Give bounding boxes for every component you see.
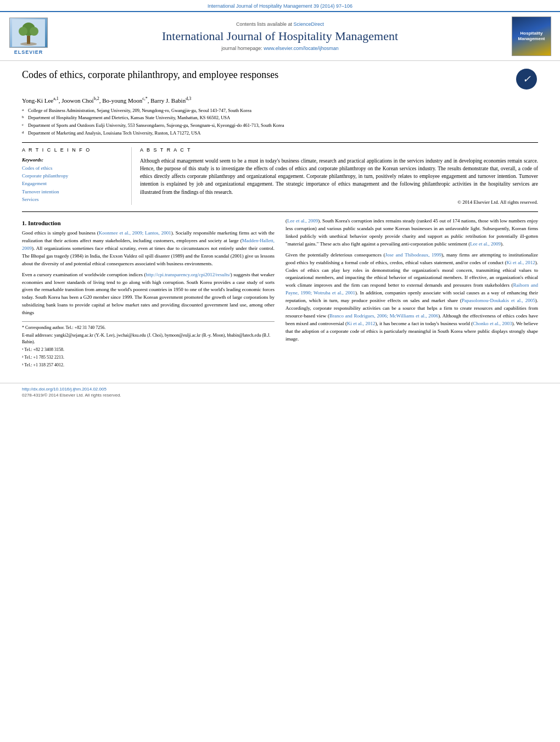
doi-link[interactable]: http://dx.doi.org/10.1016/j.ijhm.2014.02…	[22, 387, 538, 392]
svg-point-5	[20, 42, 37, 46]
keyword-4: Turnover intention	[22, 188, 123, 196]
body-two-col: 1. Introduction Good ethics is simply go…	[22, 212, 538, 370]
ref-lee2009b: Lee et al., 2009	[470, 241, 501, 247]
keyword-1: Codes of ethics	[22, 164, 123, 172]
crossmark-logo[interactable]: ✓	[516, 69, 538, 91]
footnote-emails: E-mail addresses: yangki2@sejang.ac.kr (…	[22, 332, 275, 345]
abstract-heading: A B S T R A C T	[140, 147, 538, 153]
journal-homepage-link[interactable]: www.elsevier.com/locate/ijhosman	[264, 46, 339, 51]
issn-text: 0278-4319/© 2014 Elsevier Ltd. All right…	[22, 393, 538, 398]
journal-homepage-text: journal homepage: www.elsevier.com/locat…	[56, 46, 504, 51]
ref-koonmee: Koonmee et al., 2009; Lantos, 2001	[99, 230, 171, 236]
ref-ki2012: Ki et al., 2012	[507, 260, 535, 265]
abstract-text: Although ethical management would seem t…	[140, 157, 538, 196]
body-right-para-2: Given the potentially deleterious conseq…	[285, 252, 538, 343]
elsevier-logo-image	[9, 18, 48, 48]
contents-available-text: Contents lists available at ScienceDirec…	[56, 21, 504, 27]
crossmark-icon: ✓	[516, 69, 537, 90]
ref-chonko: Chonko et al., 2003	[473, 321, 512, 326]
ref-lee2009: Lee et al., 2009	[287, 218, 318, 224]
footnotes-area: * Corresponding author. Tel.: +82 31 740…	[22, 321, 275, 369]
body-para-1: Good ethics is simply good business (Koo…	[22, 230, 275, 268]
page-footer: http://dx.doi.org/10.1016/j.ijhm.2014.02…	[0, 383, 560, 401]
email-lee[interactable]: yangki2@sejang.ac.kr	[54, 333, 93, 338]
body-right-para-1: (Lee et al., 2009). South Korea's corrup…	[285, 217, 538, 248]
hosp-logo-text: HospitalityManagement	[518, 31, 545, 42]
abstract-col: A B S T R A C T Although ethical managem…	[132, 147, 538, 205]
keyword-3: Engagement	[22, 180, 123, 187]
journal-ref: International Journal of Hospitality Man…	[0, 3, 560, 9]
ref-branco: Branco and Rodrigues, 2006; McWilliams e…	[329, 313, 438, 319]
footnote-corresponding: * Corresponding author. Tel.: +82 31 740…	[22, 325, 275, 331]
email-babin[interactable]: bbabin@latech.edu	[227, 333, 261, 338]
footnote-2: ² Tel.: +1 785 532 2213.	[22, 354, 275, 361]
ref-madden: Madden-Hallett, 2009	[22, 238, 275, 251]
copyright-line: © 2014 Elsevier Ltd. All rights reserved…	[140, 199, 538, 205]
elsevier-wordmark: ELSEVIER	[14, 49, 43, 55]
affiliation-c: c Department of Sports and Outdoors Eulj…	[22, 122, 538, 129]
journal-title: International Journal of Hospitality Man…	[56, 29, 504, 43]
article-title-section: Codes of ethics, corporate philanthropy,…	[22, 69, 538, 91]
page-wrapper: International Journal of Hospitality Man…	[0, 0, 560, 742]
affiliation-a: a College of Business Administration, Se…	[22, 107, 538, 114]
affiliations: a College of Business Administration, Se…	[22, 107, 538, 137]
hospitality-journal-logo: HospitalityManagement	[509, 16, 553, 56]
ref-ki2012b: Ki et al., 2012	[347, 321, 376, 326]
body-para-2: Even a cursory examination of worldwide …	[22, 271, 275, 317]
email-choi[interactable]: jwchai@ksu.edu	[117, 333, 146, 338]
journal-header: ELSEVIER Contents lists available at Sci…	[0, 11, 560, 61]
article-title: Codes of ethics, corporate philanthropy,…	[22, 69, 511, 81]
keywords-list: Codes of ethics Corporate philanthropy E…	[22, 164, 123, 204]
sciencedirect-link[interactable]: ScienceDirect	[294, 21, 324, 27]
body-col-left: 1. Introduction Good ethics is simply go…	[22, 217, 275, 370]
info-abstract-section: A R T I C L E I N F O Keywords: Codes of…	[22, 142, 538, 205]
footnote-3: ³ Tel.: +1 318 257 4012.	[22, 362, 275, 369]
keyword-2: Corporate philanthropy	[22, 172, 123, 180]
email-moon[interactable]: bymoon@eulji.ac.kr	[165, 333, 201, 338]
affiliation-b: b Department of Hospitality Management a…	[22, 114, 538, 121]
authors-line: Yong-Ki Leea,1, Joowon Choib,2, Bo-young…	[22, 96, 538, 104]
hosp-logo-box: HospitalityManagement	[512, 16, 551, 56]
svg-point-3	[19, 27, 27, 36]
article-info-col: A R T I C L E I N F O Keywords: Codes of…	[22, 147, 132, 205]
footnote-1: ¹ Tel.: +82 2 3408 3158.	[22, 347, 275, 353]
ref-papas: Papasolomou-Doukakis et al., 2005	[462, 298, 535, 303]
affiliation-d: d Department of Marketing and Analysis, …	[22, 130, 538, 137]
ref-transparency[interactable]: http://cpi.transparency.org/cpi2012/resu…	[145, 272, 230, 277]
keyword-5: Services	[22, 196, 123, 203]
keywords-label: Keywords:	[22, 157, 123, 163]
elsevier-logo-area: ELSEVIER	[7, 18, 51, 55]
journal-header-center: Contents lists available at ScienceDirec…	[56, 21, 504, 51]
section1-title: 1. Introduction	[22, 220, 275, 226]
ref-raiborn: Raiborn and Payne, 1990; Wotruba et al.,…	[285, 282, 538, 295]
top-banner: International Journal of Hospitality Man…	[0, 0, 560, 11]
svg-point-4	[30, 27, 38, 36]
body-col-right: (Lee et al., 2009). South Korea's corrup…	[285, 217, 538, 370]
article-info-heading: A R T I C L E I N F O	[22, 147, 123, 153]
article-content: Codes of ethics, corporate philanthropy,…	[0, 61, 560, 377]
ref-jose: Jose and Thibodeaux, 1999	[385, 252, 441, 258]
doi-anchor[interactable]: http://dx.doi.org/10.1016/j.ijhm.2014.02…	[22, 387, 107, 392]
